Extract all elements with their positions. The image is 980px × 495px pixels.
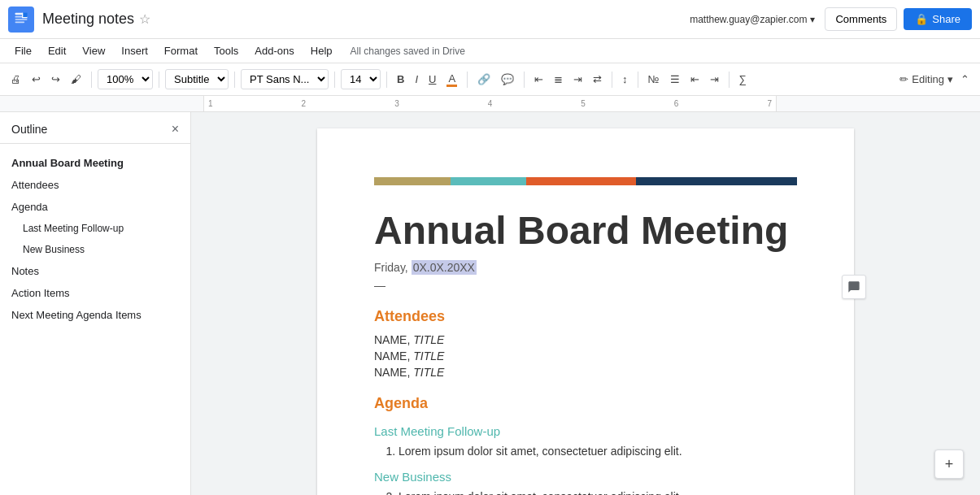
separator-6: [467, 72, 468, 88]
attendee-3-title: TITLE: [413, 366, 444, 379]
outline-item-next-meeting-agenda[interactable]: Next Meeting Agenda Items: [0, 304, 190, 326]
document-page: Annual Board Meeting Friday, 0X.0X.20XX …: [317, 128, 854, 495]
document-title[interactable]: Meeting notes: [42, 11, 134, 28]
toolbar: 🖨 ↩ ↪ 🖌 100% Subtitle PT Sans N... 14 B …: [0, 63, 980, 96]
menu-help[interactable]: Help: [304, 41, 339, 60]
new-business-heading[interactable]: New Business: [374, 470, 797, 484]
user-email: matthew.guay@zapier.com: [690, 14, 807, 25]
user-info[interactable]: matthew.guay@zapier.com ▾: [690, 14, 815, 25]
meeting-title[interactable]: Annual Board Meeting: [374, 210, 797, 253]
menu-addons[interactable]: Add-ons: [248, 41, 300, 60]
list-item-1: Lorem ipsum dolor sit amet, consectetuer…: [399, 445, 797, 458]
zoom-select[interactable]: 100%: [98, 69, 153, 89]
underline-button[interactable]: U: [425, 70, 440, 89]
formula-button[interactable]: ∑: [735, 70, 751, 89]
editing-mode: ✏ Editing ▾ ⌃: [899, 70, 973, 89]
separator-9: [638, 72, 638, 88]
color-seg-1: [374, 177, 451, 185]
align-justify-button[interactable]: ⇄: [589, 70, 606, 89]
comment-button[interactable]: 💬: [497, 70, 518, 89]
attendee-1: NAME, TITLE: [374, 333, 797, 346]
separator-4: [334, 72, 335, 88]
ruler: 1234567: [0, 96, 980, 112]
date-highlight[interactable]: 0X.0X.20XX: [412, 260, 477, 275]
svg-rect-3: [15, 21, 25, 23]
menu-edit[interactable]: Edit: [41, 41, 72, 60]
menu-bar: File Edit View Insert Format Tools Add-o…: [0, 39, 980, 63]
align-center-button[interactable]: ≣: [550, 70, 567, 89]
separator-8: [612, 72, 612, 88]
font-select[interactable]: PT Sans N...: [241, 69, 329, 89]
app-icon: [8, 7, 34, 33]
add-button[interactable]: +: [934, 449, 964, 479]
attendee-3-name: NAME,: [374, 366, 410, 379]
text-color-button[interactable]: A: [442, 69, 461, 90]
style-select[interactable]: Subtitle: [165, 69, 229, 89]
separator-7: [524, 72, 525, 88]
paint-format-button[interactable]: 🖌: [67, 70, 85, 89]
color-seg-3: [526, 177, 603, 185]
separator-5: [386, 72, 387, 88]
attendee-1-title: TITLE: [413, 333, 444, 346]
separator-10: [729, 72, 730, 88]
last-meeting-followup-heading[interactable]: Last Meeting Follow-up: [374, 424, 797, 438]
editing-dropdown-icon[interactable]: ▾: [947, 73, 953, 85]
menu-file[interactable]: File: [8, 41, 38, 60]
attendee-2-title: TITLE: [413, 350, 444, 363]
menu-view[interactable]: View: [76, 41, 111, 60]
indent-dec-button[interactable]: ⇤: [686, 70, 703, 89]
menu-tools[interactable]: Tools: [207, 41, 245, 60]
last-meeting-list: Lorem ipsum dolor sit amet, consectetuer…: [374, 445, 797, 458]
bullet-list-button[interactable]: ☰: [666, 70, 684, 89]
share-lock-icon: 🔒: [915, 13, 928, 25]
attendee-3: NAME, TITLE: [374, 366, 797, 379]
link-button[interactable]: 🔗: [473, 70, 494, 89]
attendee-2-name: NAME,: [374, 350, 410, 363]
comment-sidebar-button[interactable]: [842, 275, 866, 299]
separator-2: [159, 72, 159, 88]
collapse-toolbar-button[interactable]: ⌃: [956, 70, 973, 89]
italic-button[interactable]: I: [411, 70, 422, 89]
top-bar: Meeting notes ☆ matthew.guay@zapier.com …: [0, 0, 980, 39]
font-size-select[interactable]: 14: [341, 69, 381, 89]
user-dropdown-icon: ▾: [810, 14, 815, 25]
outline-item-attendees[interactable]: Attendees: [0, 174, 190, 196]
separator-1: [91, 72, 92, 88]
attendee-1-name: NAME,: [374, 333, 410, 346]
bold-button[interactable]: B: [393, 70, 408, 89]
print-button[interactable]: 🖨: [7, 70, 25, 89]
indent-inc-button[interactable]: ⇥: [706, 70, 723, 89]
align-right-button[interactable]: ⇥: [569, 70, 586, 89]
new-business-list: Lorem ipsum dolor sit amet, consectetuer…: [374, 490, 797, 495]
share-button[interactable]: 🔒 Share: [904, 8, 972, 30]
date-prefix: Friday,: [374, 261, 412, 274]
align-left-button[interactable]: ⇤: [530, 70, 547, 89]
document-area[interactable]: Annual Board Meeting Friday, 0X.0X.20XX …: [191, 112, 980, 495]
sidebar-close-button[interactable]: ×: [172, 122, 179, 137]
outline-item-agenda[interactable]: Agenda: [0, 196, 190, 218]
line-spacing-button[interactable]: ↕: [618, 70, 632, 89]
menu-format[interactable]: Format: [158, 41, 204, 60]
sidebar-header: Outline ×: [0, 112, 190, 144]
outline-item-new-business[interactable]: New Business: [0, 239, 190, 260]
comments-button[interactable]: Comments: [825, 7, 897, 31]
undo-button[interactable]: ↩: [28, 70, 45, 89]
save-status: All changes saved in Drive: [351, 46, 465, 57]
outline-item-last-meeting-followup[interactable]: Last Meeting Follow-up: [0, 218, 190, 239]
menu-insert[interactable]: Insert: [115, 41, 155, 60]
outline-item-annual-board-meeting[interactable]: Annual Board Meeting: [0, 152, 190, 174]
svg-rect-0: [15, 12, 24, 14]
attendees-list: NAME, TITLE NAME, TITLE NAME, TITLE: [374, 333, 797, 379]
redo-button[interactable]: ↪: [47, 70, 64, 89]
agenda-heading[interactable]: Agenda: [374, 395, 797, 412]
star-icon[interactable]: ☆: [139, 11, 150, 27]
attendees-heading[interactable]: Attendees: [374, 308, 797, 325]
share-label: Share: [932, 13, 960, 25]
numbered-list-button[interactable]: №: [644, 70, 664, 89]
color-bar: [374, 177, 797, 185]
outline-item-action-items[interactable]: Action Items: [0, 282, 190, 304]
meeting-date[interactable]: Friday, 0X.0X.20XX: [374, 261, 797, 274]
editing-label[interactable]: Editing: [912, 73, 944, 85]
separator-3: [234, 72, 235, 88]
outline-item-notes[interactable]: Notes: [0, 260, 190, 282]
